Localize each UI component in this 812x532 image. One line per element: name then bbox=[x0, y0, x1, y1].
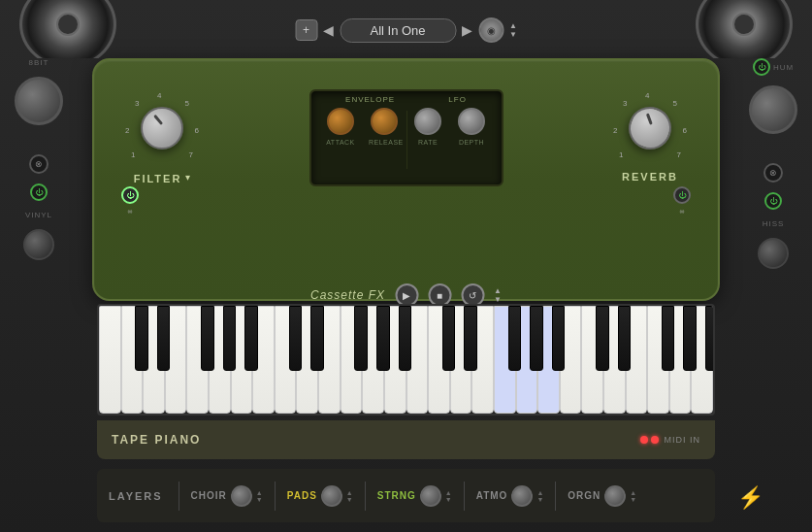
next-preset-button[interactable]: ▶ bbox=[462, 22, 472, 38]
black-key-9[interactable] bbox=[310, 306, 324, 371]
filter-scale-5: 5 bbox=[185, 99, 189, 108]
hiss-knob[interactable] bbox=[758, 238, 789, 269]
filter-power-button[interactable]: ⏻ bbox=[121, 186, 139, 204]
rate-knob[interactable] bbox=[414, 108, 441, 135]
white-key-0[interactable] bbox=[99, 306, 121, 414]
black-key-12[interactable] bbox=[376, 306, 390, 371]
reverb-knob-container: 1 2 3 4 5 6 7 bbox=[611, 89, 689, 167]
black-key-22[interactable] bbox=[596, 306, 609, 371]
rate-label: RATE bbox=[412, 139, 443, 146]
preset-name[interactable]: All In One bbox=[340, 18, 456, 43]
orgn-up-icon: ▲ bbox=[630, 489, 636, 496]
layer-updown-strng[interactable]: ▲ ▼ bbox=[445, 489, 452, 503]
layer-knob-atmo[interactable] bbox=[511, 485, 533, 507]
menu-circle-icon: ◉ bbox=[487, 25, 496, 36]
env-label-row: ENVELOPE LFO bbox=[311, 91, 502, 104]
layer-item-strng: STRNG ▲ ▼ bbox=[377, 485, 452, 507]
black-key-20[interactable] bbox=[552, 306, 566, 371]
choir-down-icon: ▼ bbox=[256, 496, 263, 503]
vinyl-power-button[interactable]: ⏻ bbox=[30, 183, 48, 201]
hum-knob[interactable] bbox=[749, 85, 797, 134]
release-label: RELEASE bbox=[369, 139, 400, 146]
down-arrow-icon: ▼ bbox=[509, 30, 517, 39]
vinyl-label: VINYL bbox=[25, 211, 52, 219]
black-key-15[interactable] bbox=[442, 306, 456, 371]
filter-section: 1 2 3 4 5 6 7 FILTER ▾ bbox=[123, 89, 201, 184]
black-key-1[interactable] bbox=[135, 306, 148, 371]
filter-sub-controls: ⏻ ∞ bbox=[121, 186, 139, 215]
tape-reel-right bbox=[696, 0, 793, 58]
layer-divider-0 bbox=[179, 482, 179, 511]
lightning-button[interactable]: ⚡ bbox=[737, 485, 763, 511]
layer-name-atmo: ATMO bbox=[476, 490, 508, 501]
play-icon: ▶ bbox=[403, 290, 410, 301]
black-key-19[interactable] bbox=[530, 306, 543, 371]
hiss-power-button[interactable]: ⏻ bbox=[764, 192, 782, 210]
pads-up-icon: ▲ bbox=[346, 489, 353, 496]
layer-name-orgn: ORGN bbox=[568, 490, 601, 501]
lightning-icon: ⚡ bbox=[737, 485, 763, 510]
reverb-scale-7: 7 bbox=[677, 150, 681, 159]
filter-main-knob[interactable] bbox=[141, 107, 183, 150]
tape-piano-label: TAPE PIANO bbox=[112, 433, 201, 447]
layer-divider-2 bbox=[365, 482, 366, 511]
add-button[interactable]: + bbox=[295, 19, 317, 41]
layer-item-orgn: ORGN ▲ ▼ bbox=[568, 485, 636, 507]
reverb-scale-1: 1 bbox=[619, 150, 623, 159]
layer-knob-orgn[interactable] bbox=[604, 485, 626, 507]
stop-icon: ■ bbox=[437, 290, 442, 301]
hiss-icon-right[interactable]: ⊗ bbox=[763, 163, 783, 183]
choir-up-icon: ▲ bbox=[256, 489, 263, 496]
black-key-25[interactable] bbox=[662, 306, 675, 371]
attack-knob[interactable] bbox=[327, 108, 354, 135]
black-key-16[interactable] bbox=[464, 306, 477, 371]
loop-icon: ↺ bbox=[469, 290, 476, 301]
strng-down-icon: ▼ bbox=[445, 496, 452, 503]
reverb-infinity: ∞ bbox=[680, 208, 685, 215]
prev-preset-button[interactable]: ◀ bbox=[323, 22, 334, 38]
top-nav: + ◀ All In One ▶ ◉ ▲ ▼ bbox=[295, 17, 517, 43]
black-key-5[interactable] bbox=[223, 306, 237, 371]
filter-scale-7: 7 bbox=[189, 150, 193, 159]
hum-power-button[interactable]: ⏻ bbox=[753, 58, 770, 76]
depth-label: DEPTH bbox=[456, 139, 487, 146]
layer-updown-orgn[interactable]: ▲ ▼ bbox=[630, 489, 636, 503]
filter-dropdown-icon[interactable]: ▾ bbox=[185, 172, 190, 183]
layer-knob-choir[interactable] bbox=[231, 485, 252, 507]
menu-circle-button[interactable]: ◉ bbox=[478, 17, 503, 43]
layer-divider-3 bbox=[464, 482, 465, 511]
layer-updown-atmo[interactable]: ▲ ▼ bbox=[536, 489, 543, 503]
layers-row: LAYERS CHOIR ▲ ▼ PADS ▲ ▼ STRNG ▲ bbox=[97, 469, 715, 522]
vinyl-knob[interactable] bbox=[23, 229, 54, 260]
vinyl-icon-left[interactable]: ⊗ bbox=[29, 154, 49, 174]
filter-label-area: FILTER ▾ bbox=[134, 169, 191, 184]
black-key-27[interactable] bbox=[705, 306, 715, 371]
black-key-18[interactable] bbox=[508, 306, 522, 371]
black-key-11[interactable] bbox=[354, 306, 368, 371]
black-key-26[interactable] bbox=[683, 306, 697, 371]
black-key-8[interactable] bbox=[289, 306, 303, 371]
cassette-down-icon: ▼ bbox=[494, 295, 502, 304]
depth-knob[interactable] bbox=[458, 108, 485, 135]
layer-updown-choir[interactable]: ▲ ▼ bbox=[256, 489, 263, 503]
reverb-scale-6: 6 bbox=[683, 126, 687, 135]
black-key-4[interactable] bbox=[201, 306, 214, 371]
side-right-controls: ⏻ HUM ⊗ ⏻ HISS bbox=[749, 58, 797, 269]
layer-knob-strng[interactable] bbox=[420, 485, 441, 507]
black-key-6[interactable] bbox=[244, 306, 258, 371]
layers-label: LAYERS bbox=[109, 490, 163, 502]
layer-knob-pads[interactable] bbox=[321, 485, 342, 507]
reverb-power-button[interactable]: ⏻ bbox=[673, 186, 691, 204]
atmo-down-icon: ▼ bbox=[536, 496, 543, 503]
8bit-knob[interactable] bbox=[15, 77, 63, 125]
release-knob[interactable] bbox=[371, 108, 398, 135]
up-down-arrows[interactable]: ▲ ▼ bbox=[509, 21, 517, 39]
black-key-2[interactable] bbox=[157, 306, 171, 371]
layer-updown-pads[interactable]: ▲ ▼ bbox=[346, 489, 353, 503]
cassette-updown[interactable]: ▲ ▼ bbox=[494, 286, 502, 304]
black-key-13[interactable] bbox=[399, 306, 412, 371]
tape-reel-left bbox=[19, 0, 116, 58]
side-left-controls: 8BIT ⊗ ⏻ VINYL bbox=[15, 58, 63, 260]
cassette-label: Cassette FX bbox=[310, 288, 385, 302]
black-key-23[interactable] bbox=[618, 306, 632, 371]
